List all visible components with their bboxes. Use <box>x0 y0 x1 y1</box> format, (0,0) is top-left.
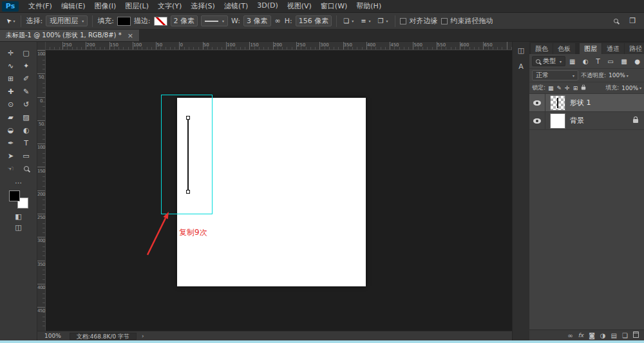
path-operations-dropdown[interactable]: ❏ ▾ <box>341 17 355 24</box>
panel-tab-paths[interactable]: 路径 <box>625 43 644 54</box>
shape-tool[interactable]: ▭ <box>19 150 34 162</box>
canvas-area[interactable]: 2502001501005005010015020025030035040045… <box>37 42 512 331</box>
adjustment-layer-icon[interactable]: ◑ <box>600 332 606 339</box>
layer-row-background[interactable]: 背景 <box>529 112 644 130</box>
edit-toolbar-icon[interactable]: … <box>0 177 37 185</box>
shape-width-input[interactable]: 3 像素 <box>243 15 271 26</box>
layer-name[interactable]: 形状 1 <box>570 98 591 107</box>
collapsed-panel-character-icon[interactable]: A <box>515 61 527 71</box>
eyedropper-tool[interactable]: ✐ <box>19 73 34 84</box>
move-tool[interactable]: ✛ <box>3 47 19 59</box>
lasso-tool[interactable]: ∿ <box>3 60 19 71</box>
document-tab[interactable]: 未标题-1 @ 100% (形状 1, RGB/8#) * × <box>0 30 140 41</box>
opacity-value-dropdown[interactable]: 100% ▾ <box>609 72 629 79</box>
screen-mode-icon[interactable]: ◫ <box>0 223 37 232</box>
menu-item[interactable]: 视图(V) <box>283 1 316 11</box>
status-chevron-icon[interactable]: › <box>142 333 144 339</box>
blur-tool[interactable]: ◒ <box>3 124 19 136</box>
menu-item[interactable]: 3D(D) <box>252 1 283 11</box>
lock-artboard-icon[interactable]: ⊞ <box>573 85 578 91</box>
type-tool[interactable]: T <box>19 137 34 149</box>
hand-tool[interactable]: ☜ <box>3 163 19 174</box>
search-icon[interactable] <box>610 19 622 23</box>
panel-tab-swatches[interactable]: 色板 <box>553 43 575 54</box>
stroke-swatch[interactable] <box>154 17 167 26</box>
layer-thumbnail[interactable] <box>550 95 565 111</box>
clone-stamp-tool[interactable]: ⊙ <box>3 98 19 110</box>
lock-position-icon[interactable]: ✛ <box>565 85 570 91</box>
panel-tab-layers[interactable]: 图层 <box>580 43 601 54</box>
lock-all-icon[interactable] <box>581 85 586 91</box>
menu-item[interactable]: 文件(F) <box>24 1 57 11</box>
filter-shape-layers-icon[interactable]: ▭ <box>607 58 613 65</box>
foreground-color-swatch[interactable] <box>9 190 20 201</box>
filter-smart-object-icon[interactable]: ▩ <box>621 58 627 65</box>
gradient-tool[interactable]: ▨ <box>19 111 34 123</box>
ruler-tick-label: 50 <box>156 42 162 48</box>
select-mode-dropdown[interactable]: 现用图层 ▾ <box>46 15 88 26</box>
tool-preset-picker[interactable]: ➤ ▾ <box>5 17 16 24</box>
lock-image-pixels-icon[interactable]: ✎ <box>557 85 562 91</box>
constrain-path-checkbox[interactable] <box>441 18 448 24</box>
brush-tool[interactable]: ✎ <box>19 86 34 97</box>
filter-toggle-icon[interactable]: ● <box>634 58 640 65</box>
menu-item[interactable]: 编辑(E) <box>57 1 90 11</box>
pen-tool[interactable]: ✒ <box>3 137 19 149</box>
layer-filter-dropdown[interactable]: 类型 ▾ <box>532 56 565 66</box>
layer-visibility-toggle[interactable] <box>529 94 545 111</box>
fill-swatch[interactable] <box>117 17 131 26</box>
dodge-tool[interactable]: ◐ <box>19 124 34 136</box>
zoom-tool[interactable] <box>19 163 34 174</box>
layer-fill-dropdown[interactable]: 100% ▾ <box>621 85 641 91</box>
layer-thumbnail[interactable] <box>550 113 565 129</box>
menu-item[interactable]: 窗口(W) <box>316 1 352 11</box>
quick-selection-tool[interactable]: ✦ <box>19 60 34 71</box>
lock-transparent-pixels-icon[interactable]: ▦ <box>548 85 554 91</box>
path-selection-tool[interactable]: ➤ <box>3 150 19 162</box>
stroke-style-preview-icon <box>205 21 218 22</box>
zoom-level-field[interactable]: 100% <box>41 333 64 339</box>
filter-pixel-layers-icon[interactable]: ▦ <box>569 58 575 65</box>
blend-mode-dropdown[interactable]: 正常 ▾ <box>532 70 578 80</box>
filter-adjustment-layers-icon[interactable]: ◐ <box>583 58 589 65</box>
layer-style-icon[interactable]: fx <box>578 332 584 338</box>
panel-tab-color[interactable]: 颜色 <box>531 43 553 54</box>
layer-row-shape-1[interactable]: 形状 1 <box>529 94 644 112</box>
new-layer-icon[interactable]: ❏ <box>622 332 628 339</box>
quick-mask-icon[interactable]: ◧ <box>0 212 37 221</box>
menu-item[interactable]: 图像(I) <box>90 1 120 11</box>
rectangular-marquee-tool[interactable]: ▢ <box>19 47 34 59</box>
menu-item[interactable]: 滤镜(T) <box>220 1 252 11</box>
ruler-tick-label: 250 <box>63 42 71 48</box>
new-group-icon[interactable]: ▤ <box>611 332 617 339</box>
delete-layer-icon[interactable] <box>633 331 639 339</box>
stroke-width-input[interactable]: 2 像素 <box>171 15 198 26</box>
panel-tab-channels[interactable]: 通道 <box>602 43 624 54</box>
crop-tool[interactable]: ⊞ <box>3 73 19 84</box>
collapsed-panel-columns-icon[interactable]: ◫ <box>515 45 527 55</box>
path-alignment-dropdown[interactable]: ≡ ▾ <box>359 17 372 24</box>
history-brush-tool[interactable]: ↺ <box>19 98 34 110</box>
vertical-ruler: 10050050100150200250300350400450500 <box>37 50 46 331</box>
spot-healing-brush-tool[interactable]: ✚ <box>3 86 19 97</box>
shape-selection-bounds[interactable] <box>161 95 213 214</box>
stroke-type-dropdown[interactable]: ▾ <box>201 15 228 26</box>
close-icon[interactable]: × <box>128 32 133 40</box>
path-arrangement-dropdown[interactable]: ❐ ▾ <box>376 17 390 24</box>
taskbar-edge <box>0 340 644 343</box>
menu-item[interactable]: 帮助(H) <box>352 1 386 11</box>
shape-height-input[interactable]: 156 像素 <box>296 15 332 26</box>
layer-name[interactable]: 背景 <box>570 116 584 125</box>
workspace-switcher-icon[interactable]: ❒ <box>625 17 639 25</box>
annotation-arrow <box>140 206 179 261</box>
menu-item[interactable]: 文字(Y) <box>153 1 186 11</box>
filter-type-layers-icon[interactable]: T <box>596 58 600 65</box>
link-layers-icon[interactable]: ∞ <box>567 332 573 339</box>
eraser-tool[interactable]: ▰ <box>3 111 19 123</box>
align-edges-checkbox[interactable] <box>400 18 406 24</box>
link-dimensions-icon[interactable]: ∞ <box>274 17 281 25</box>
menu-item[interactable]: 选择(S) <box>186 1 220 11</box>
layer-mask-icon[interactable]: ◙ <box>589 332 595 339</box>
layer-visibility-toggle[interactable] <box>529 112 545 129</box>
menu-item[interactable]: 图层(L) <box>120 1 153 11</box>
